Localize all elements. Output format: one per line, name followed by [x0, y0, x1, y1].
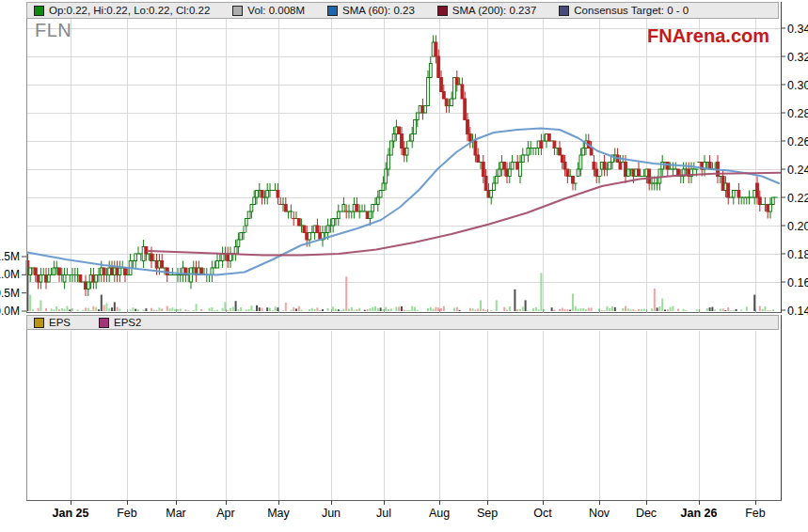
- legend-sma60-label: SMA (60): 0.23: [342, 5, 415, 16]
- candle-body: [737, 191, 740, 198]
- volume-bar: [456, 307, 458, 311]
- candle-body: [379, 191, 382, 198]
- candle-body: [490, 191, 493, 198]
- candle-body: [474, 141, 477, 155]
- volume-bar: [772, 309, 774, 311]
- candle-body: [519, 163, 522, 177]
- x-axis-month-label: Jan 26: [681, 507, 718, 520]
- volume-bar: [174, 309, 176, 311]
- volume-bar: [108, 308, 110, 311]
- candle-body: [572, 177, 575, 184]
- volume-bar: [103, 305, 105, 311]
- volume-bar: [764, 306, 766, 311]
- candle-body: [53, 268, 55, 275]
- candle-body: [467, 120, 469, 134]
- candle-body: [356, 205, 358, 212]
- volume-bar: [301, 310, 303, 311]
- volume-bar: [45, 308, 47, 311]
- candle-body: [508, 169, 511, 177]
- volume-bar: [606, 306, 608, 311]
- volume-bar: [95, 307, 97, 311]
- volume-bar: [117, 306, 119, 311]
- volume-bar: [746, 306, 748, 311]
- ohlc-color-swatch: [34, 6, 44, 16]
- candle-body: [103, 268, 105, 275]
- volume-bar: [553, 309, 555, 311]
- volume-bar: [654, 289, 656, 311]
- volume-bar: [519, 309, 521, 311]
- volume-bar: [282, 310, 284, 311]
- price-tick-label: 0.18: [787, 248, 808, 261]
- candle-body: [95, 275, 98, 283]
- volume-bar: [437, 307, 439, 311]
- volume-bar: [670, 307, 672, 311]
- volume-bar: [474, 310, 476, 311]
- site-logo: FNArena.com: [647, 25, 769, 47]
- candle-body: [619, 163, 622, 170]
- volume-bar: [759, 306, 761, 311]
- candle-body: [648, 169, 651, 183]
- volume-bar: [161, 308, 163, 311]
- volume-bar: [730, 310, 732, 311]
- volume-bar: [443, 306, 445, 311]
- volume-bar: [232, 306, 234, 311]
- volume-bar: [516, 309, 518, 311]
- volume-bar: [369, 308, 371, 311]
- volume-bar: [311, 308, 313, 311]
- volume-bar: [727, 307, 729, 311]
- volume-tick-label: 0.0M: [0, 305, 20, 318]
- volume-bar: [332, 306, 334, 311]
- candle-body: [427, 78, 430, 106]
- candle-body: [34, 268, 37, 275]
- legend-volume-label: Vol: 0.008M: [247, 5, 305, 16]
- volume-bar: [240, 307, 242, 311]
- x-axis-month-label: Nov: [589, 507, 610, 520]
- volume-bar: [253, 310, 255, 311]
- volume-bar: [532, 308, 534, 311]
- volume-bar: [651, 308, 653, 311]
- candle-body: [392, 134, 395, 142]
- volume-bar: [711, 307, 713, 311]
- candle-body: [547, 134, 550, 142]
- x-axis-month-label: Aug: [429, 507, 450, 520]
- candle-body: [756, 183, 759, 197]
- volume-bar: [527, 310, 529, 311]
- volume-bar: [55, 306, 57, 311]
- volume-bar: [364, 310, 366, 311]
- volume-bar: [180, 308, 182, 311]
- volume-bar: [380, 307, 382, 311]
- price-tick-label: 0.34: [787, 23, 808, 36]
- volume-tick-label: 1.0M: [0, 268, 20, 281]
- volume-bar: [156, 310, 158, 311]
- volume-bar: [367, 309, 369, 311]
- price-tick-label: 0.22: [787, 192, 808, 205]
- candle-body: [464, 99, 467, 120]
- volume-bar: [566, 309, 568, 311]
- volume-bar: [105, 304, 107, 311]
- volume-bar: [395, 307, 397, 311]
- candle-body: [603, 163, 606, 170]
- candle-body: [435, 42, 437, 56]
- volume-bar: [538, 309, 540, 311]
- volume-bar: [209, 308, 211, 311]
- candle-body: [221, 254, 224, 261]
- candle-body: [261, 191, 263, 198]
- legend-ohlc-label: Op:0.22, Hi:0.22, Lo:0.22, Cl:0.22: [49, 5, 210, 16]
- volume-bar: [295, 308, 297, 311]
- volume-bar: [158, 307, 160, 311]
- volume-bar: [435, 307, 436, 311]
- volume-bar: [216, 310, 218, 311]
- legend-sma200-label: SMA (200): 0.237: [452, 5, 537, 16]
- volume-bar: [604, 310, 606, 311]
- volume-bar: [685, 310, 687, 311]
- volume-bar: [585, 309, 587, 311]
- price-tick-label: 0.16: [787, 276, 808, 289]
- candle-body: [429, 64, 432, 78]
- volume-bar: [246, 309, 247, 311]
- volume-bar: [664, 309, 666, 311]
- candle-body: [342, 205, 345, 212]
- candle-body: [503, 163, 506, 170]
- volume-bar: [453, 307, 455, 311]
- volume-bar: [736, 309, 737, 311]
- candle-body: [411, 134, 414, 142]
